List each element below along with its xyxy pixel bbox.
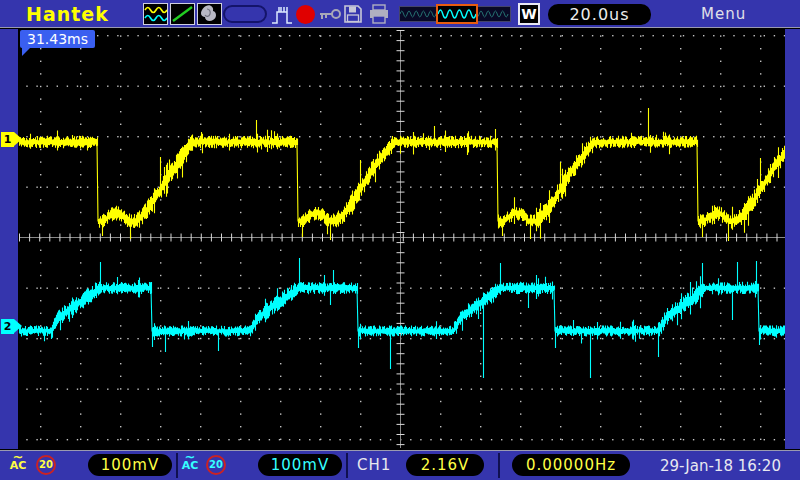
delay-time-badge: 31.43ms: [20, 30, 95, 48]
status-bar: ~ AC 20 100mV ~ AC 20 100mV CH1: [0, 450, 800, 480]
record-icon[interactable]: [296, 5, 315, 24]
trigger-level-value: 2.16V: [421, 456, 470, 474]
ch2-scale-value: 100mV: [271, 456, 330, 474]
divider: [346, 453, 348, 478]
graticule-area: 31.43ms 1 2: [0, 29, 800, 449]
top-toolbar: Hantek: [0, 0, 800, 28]
right-margin-strip: [785, 29, 800, 449]
trigger-source-label: CH1: [357, 456, 391, 474]
timebase-value: 20.0us: [569, 5, 629, 24]
channel2-marker[interactable]: 2: [1, 319, 14, 334]
horizontal-position-strip[interactable]: [399, 6, 511, 22]
ch2-attenuation-badge: 20: [206, 455, 226, 475]
ch2-coupling-icon: ~ AC: [178, 453, 202, 471]
timebase-readout: 20.0us: [548, 4, 651, 25]
zoom-window-indicator[interactable]: [436, 4, 478, 24]
waveform-display: [18, 29, 785, 449]
empty-slot: [223, 5, 267, 23]
frequency-value: 0.00000Hz: [526, 456, 616, 474]
channel1-marker[interactable]: 1: [1, 132, 14, 147]
ch2-coupling-label: AC: [182, 459, 199, 472]
slope-icon[interactable]: [170, 3, 195, 25]
ch2-scale-readout: 100mV: [258, 454, 342, 476]
channel-waves-icon[interactable]: [143, 3, 168, 25]
trigger-level-readout: 2.16V: [406, 454, 484, 476]
ch1-attenuation-badge: 20: [36, 455, 56, 475]
frequency-counter-readout: 0.00000Hz: [512, 454, 630, 476]
ch1-scale-readout: 100mV: [88, 454, 172, 476]
key-icon[interactable]: [319, 8, 342, 21]
brand-logo: Hantek: [26, 3, 109, 25]
save-icon[interactable]: [343, 4, 363, 24]
divider: [498, 453, 500, 478]
ch1-scale-value: 100mV: [101, 456, 160, 474]
pulse-icon[interactable]: [271, 4, 293, 25]
oscilloscope-screen: Hantek: [0, 0, 800, 480]
datetime-label: 29-Jan-18 16:20: [660, 457, 781, 475]
print-icon[interactable]: [368, 4, 390, 24]
window-zoom-icon[interactable]: W: [518, 3, 540, 25]
left-margin-strip: [0, 29, 18, 449]
ch1-coupling-label: AC: [10, 459, 27, 472]
hand-icon[interactable]: [197, 3, 222, 25]
ch1-coupling-icon: ~ AC: [6, 453, 30, 471]
menu-button[interactable]: Menu: [701, 5, 746, 23]
